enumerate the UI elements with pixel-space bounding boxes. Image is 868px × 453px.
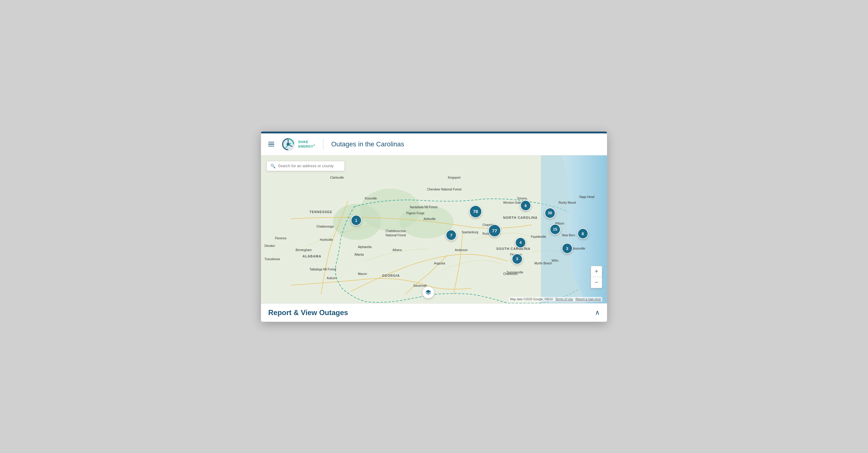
marker-3a[interactable]: 3 [562, 243, 572, 254]
header-divider [323, 139, 323, 150]
logo-text: DUKE ENERGY® [299, 140, 315, 148]
header: DUKE ENERGY® Outages in the Carolinas [261, 133, 607, 155]
bottom-bar: Report & View Outages ∧ [261, 303, 607, 322]
logo-duke: DUKE [299, 140, 308, 144]
report-error-link[interactable]: Report a map error [576, 298, 601, 301]
report-view-outages-title: Report & View Outages [268, 308, 348, 317]
search-box: 🔍 [267, 161, 345, 171]
chevron-up-icon[interactable]: ∧ [595, 309, 600, 317]
page-title: Outages in the Carolinas [331, 140, 404, 148]
logo-area: DUKE ENERGY® [281, 137, 315, 151]
search-icon: 🔍 [270, 164, 276, 168]
marker-30[interactable]: 30 [545, 208, 555, 219]
marker-77[interactable]: 77 [488, 224, 501, 237]
layers-icon [425, 289, 431, 295]
zoom-in-button[interactable]: + [591, 266, 602, 277]
attribution-text: Map data ©2020 Google, INEGI [510, 298, 553, 301]
map-attribution: Map data ©2020 Google, INEGI Terms of Us… [509, 297, 602, 302]
marker-6[interactable]: 6 [520, 200, 531, 211]
marker-3b[interactable]: 3 [512, 254, 523, 264]
map-container[interactable]: TENNESSEE NORTH CAROLINA SOUTH CAROLINA … [261, 155, 607, 303]
svg-point-5 [399, 205, 454, 238]
zoom-out-button[interactable]: − [591, 277, 602, 288]
search-input[interactable] [278, 164, 341, 168]
hamburger-menu-button[interactable] [267, 141, 276, 148]
logo-energy: ENERGY [299, 145, 313, 148]
duke-energy-logo-icon [281, 137, 296, 151]
layers-button[interactable] [422, 286, 434, 299]
marker-7[interactable]: 7 [446, 230, 457, 240]
marker-8[interactable]: 8 [578, 228, 588, 239]
zoom-controls: + − [591, 266, 602, 288]
browser-window: DUKE ENERGY® Outages in the Carolinas [261, 131, 607, 322]
marker-4[interactable]: 4 [515, 237, 526, 248]
marker-78[interactable]: 78 [469, 205, 482, 218]
terms-of-use-link[interactable]: Terms of Use [555, 298, 573, 301]
marker-15[interactable]: 15 [550, 224, 561, 235]
svg-marker-9 [426, 290, 431, 293]
marker-1[interactable]: 1 [351, 215, 362, 226]
